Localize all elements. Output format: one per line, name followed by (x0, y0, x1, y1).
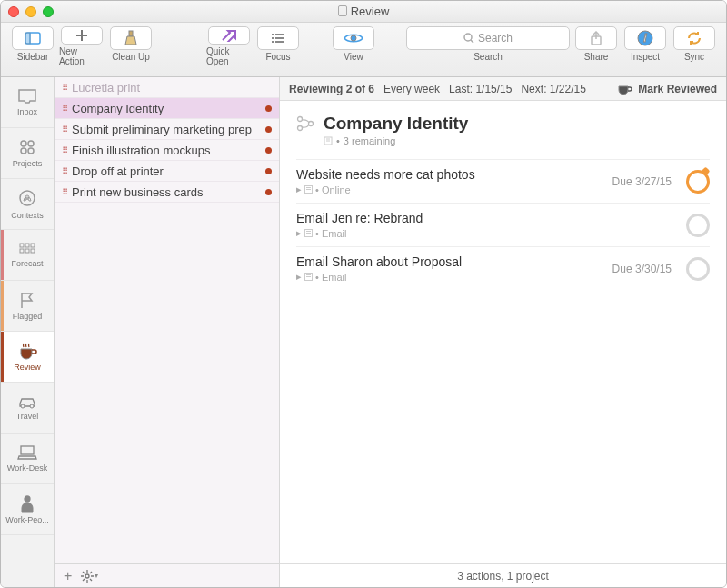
mark-reviewed-button[interactable]: Mark Reviewed (617, 83, 717, 95)
svg-point-35 (25, 496, 30, 502)
status-dot-icon (265, 189, 272, 195)
drag-handle-icon: ⠿ (62, 166, 66, 176)
view-label: View (344, 52, 364, 62)
document-icon (338, 5, 347, 16)
sync-label: Sync (684, 52, 704, 62)
task-context: ▸• Email (296, 271, 603, 283)
svg-line-14 (471, 40, 473, 43)
sequential-icon (296, 115, 314, 132)
sidebar-item-review[interactable]: Review (1, 332, 54, 383)
car-icon (17, 394, 37, 409)
search-input[interactable]: Search (406, 26, 570, 50)
svg-rect-29 (25, 249, 29, 253)
add-button[interactable]: + (64, 568, 72, 584)
laptop-icon (17, 444, 37, 461)
status-text: 3 actions, 1 project (457, 570, 549, 583)
focus-label: Focus (265, 52, 290, 62)
review-bar: Reviewing 2 of 6 Every week Last: 1/15/1… (280, 77, 726, 101)
note-icon (304, 229, 313, 237)
review-interval: Every week (383, 83, 440, 95)
toolbar: Sidebar New Action Clean Up Quick Open F… (1, 23, 726, 77)
sidebar-item-travel[interactable]: Travel (1, 383, 54, 434)
sidebar-item-work-people[interactable]: Work-Peo... (1, 484, 54, 535)
task-status-circle[interactable] (686, 170, 710, 194)
svg-point-45 (298, 117, 303, 122)
status-dot-icon (265, 105, 272, 112)
status-dot-icon (265, 168, 272, 174)
project-subtitle: •3 remaining (324, 135, 468, 146)
project-row[interactable]: ⠿Drop off at printer (55, 161, 279, 182)
share-label: Share (584, 52, 609, 62)
sidebar-item-inbox[interactable]: Inbox (1, 77, 54, 128)
project-name: Submit preliminary marketing prep (72, 123, 260, 136)
drag-handle-icon: ⠿ (62, 83, 66, 93)
search-label: Search (473, 52, 503, 62)
svg-line-41 (83, 572, 85, 573)
quick-open-label: Quick Open (206, 46, 252, 66)
task-title: Website needs more cat photos (296, 167, 603, 182)
project-name: Drop off at printer (72, 164, 260, 178)
contexts-icon (17, 188, 37, 208)
search-placeholder: Search (478, 32, 513, 45)
project-header: Company Identity •3 remaining (296, 114, 710, 146)
project-name: Lucretia print (72, 81, 272, 95)
svg-point-22 (28, 148, 34, 154)
svg-point-21 (21, 148, 26, 154)
project-row[interactable]: ⠿Submit preliminary marketing prep (55, 119, 279, 140)
view-button[interactable]: View (331, 26, 376, 66)
gear-menu[interactable]: ▾ (81, 570, 98, 583)
sync-button[interactable]: Sync (672, 26, 717, 66)
task-context: ▸• Online (296, 184, 603, 195)
new-action-label: New Action (59, 46, 105, 66)
drag-handle-icon: ⠿ (62, 187, 66, 197)
project-row[interactable]: ⠿Lucretia print (55, 77, 279, 98)
person-icon (19, 494, 35, 513)
svg-rect-30 (31, 249, 35, 253)
status-dot-icon (265, 147, 272, 154)
project-row[interactable]: ⠿Finish illustration mockups (55, 140, 279, 161)
task-due: Due 3/30/15 (612, 263, 672, 275)
task-row[interactable]: Email Jen re: Rebrand▸• Email (296, 203, 710, 246)
task-status-circle[interactable] (686, 214, 710, 237)
project-row[interactable]: ⠿Company Identity (55, 98, 279, 119)
svg-point-13 (464, 34, 472, 41)
svg-point-33 (30, 404, 34, 408)
drag-handle-icon: ⠿ (62, 125, 66, 135)
svg-point-36 (85, 574, 89, 578)
search-icon (463, 33, 474, 44)
sidebar-item-work-desk[interactable]: Work-Desk (1, 434, 54, 484)
sidebar-item-contexts[interactable]: Contexts (1, 179, 54, 230)
project-name: Finish illustration mockups (72, 144, 260, 157)
task-title: Email Sharon about Proposal (296, 254, 603, 269)
svg-rect-27 (31, 244, 35, 247)
review-status: Reviewing 2 of 6 (289, 83, 374, 95)
sidebar-item-flagged[interactable]: Flagged (1, 281, 54, 332)
main-pane: Reviewing 2 of 6 Every week Last: 1/15/1… (280, 77, 726, 587)
flag-icon (19, 291, 35, 309)
inbox-icon (17, 88, 37, 105)
drag-handle-icon: ⠿ (62, 145, 66, 155)
inspect-button[interactable]: i Inspect (622, 26, 668, 66)
new-action-button[interactable]: New Action (59, 26, 105, 66)
focus-button[interactable]: Focus (255, 26, 301, 66)
task-row[interactable]: Website needs more cat photos▸• OnlineDu… (296, 159, 710, 203)
status-bar: 3 actions, 1 project (280, 563, 726, 587)
share-button[interactable]: Share (573, 26, 619, 66)
quick-open-button[interactable]: Quick Open (206, 26, 252, 66)
sidebar-item-projects[interactable]: Projects (1, 128, 54, 179)
sidebar-button[interactable]: Sidebar (10, 26, 55, 66)
svg-point-19 (21, 141, 26, 146)
drag-handle-icon: ⠿ (62, 104, 66, 114)
svg-point-46 (298, 126, 303, 131)
sidebar-item-forecast[interactable]: Forecast (1, 230, 54, 281)
task-status-circle[interactable] (686, 257, 710, 281)
titlebar: Review (1, 1, 726, 23)
task-row[interactable]: Email Sharon about Proposal▸• EmailDue 3… (296, 246, 710, 290)
svg-line-43 (83, 579, 85, 581)
status-dot-icon (265, 126, 272, 133)
project-name: Print new business cards (72, 185, 260, 199)
clean-up-button[interactable]: Clean Up (108, 26, 154, 66)
project-row[interactable]: ⠿Print new business cards (55, 182, 279, 203)
svg-rect-5 (129, 31, 133, 36)
note-icon (304, 273, 313, 281)
